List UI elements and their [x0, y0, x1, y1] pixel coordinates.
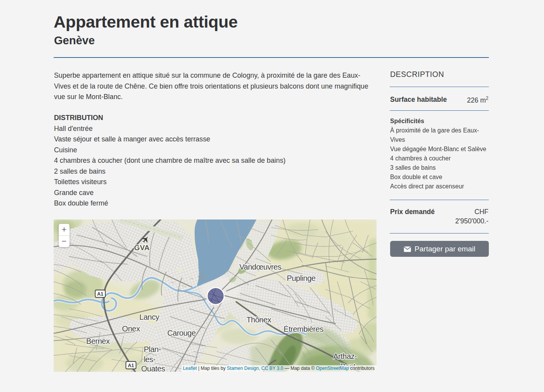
svg-text:A1: A1 — [128, 363, 134, 368]
svg-text:Carouge: Carouge — [167, 329, 196, 337]
svg-text:Vandœuvres: Vandœuvres — [239, 263, 282, 271]
svg-text:Bernex: Bernex — [86, 337, 110, 345]
svg-text:Lancy: Lancy — [139, 313, 159, 321]
svg-text:Étrembières: Étrembières — [284, 325, 324, 333]
svg-text:Arthaz-: Arthaz- — [333, 352, 357, 361]
svg-text:les-: les- — [144, 355, 155, 364]
svg-text:Puplinge: Puplinge — [287, 274, 316, 282]
svg-text:A1: A1 — [97, 291, 103, 297]
svg-text:Onex: Onex — [122, 324, 140, 333]
svg-text:Plan-: Plan- — [144, 345, 161, 354]
svg-text:Ouates: Ouates — [141, 364, 165, 372]
svg-text:GVA: GVA — [134, 244, 150, 252]
svg-text:Thônex: Thônex — [246, 315, 271, 324]
